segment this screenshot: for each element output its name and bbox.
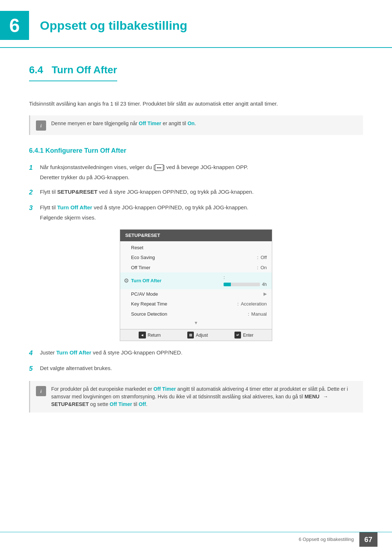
note-text-1: Denne menyen er bare tilgjengelig når Of… <box>51 120 196 127</box>
step-number-1: 1 <box>29 163 40 173</box>
return-label: Return <box>148 332 161 338</box>
footer-page-number: 67 <box>359 532 377 547</box>
return-icon: ◄ <box>139 332 146 338</box>
adjust-icon: ⊞ <box>187 332 194 338</box>
step-text-4: Juster Turn Off After ved å styre JOG-kn… <box>40 348 363 357</box>
menu-value-eco: :Off <box>257 254 267 261</box>
menu-label-turnoffafter: Turn Off After <box>131 277 224 284</box>
menu-btn-adjust: ⊞ Adjust <box>187 332 208 338</box>
step-4: 4 Juster Turn Off After ved å styre JOG-… <box>29 348 363 358</box>
step-2: 2 Flytt til SETUP&RESET ved å styre JOG-… <box>29 188 363 197</box>
step-subtext-3: Følgende skjerm vises. <box>40 213 363 222</box>
menu-btn-return: ◄ Return <box>139 332 161 338</box>
note-icon-2: i <box>36 386 46 396</box>
chapter-number-block: 6 <box>0 11 29 40</box>
menu-title-bar: SETUP&RESET <box>120 230 272 241</box>
menu-value-keyrepeat: :Acceleration <box>237 300 267 308</box>
menu-label-eco: Eco Saving <box>131 254 257 261</box>
gear-icon: ⚙ <box>124 276 129 285</box>
progress-bar <box>224 283 260 286</box>
menu-arrow-pcav: ▶ <box>264 291 267 297</box>
menu-label-keyrepeat: Key Repeat Time <box>131 300 237 308</box>
menu-row-eco: Eco Saving :Off <box>120 253 272 263</box>
step-text-5: Det valgte alternativet brukes. <box>40 364 363 373</box>
chapter-number: 6 <box>9 11 20 40</box>
menu-row-sourcedetect: Source Detection :Manual <box>120 309 272 319</box>
footer-chapter-text: 6 Oppsett og tilbakestilling <box>299 536 354 543</box>
section-title-text: Turn Off After <box>52 64 117 75</box>
menu-bottom: ◄ Return ⊞ Adjust ↵ Enter <box>120 329 272 341</box>
step-text-3: Flytt til Turn Off After ved å styre JOG… <box>40 203 363 222</box>
menu-row-reset: Reset <box>120 243 272 253</box>
menu-row-keyrepeat: Key Repeat Time :Acceleration <box>120 299 272 309</box>
note-icon-1: i <box>36 120 46 131</box>
step-text-1: Når funksjonstastveiledningen vises, vel… <box>40 163 363 182</box>
step-number-5: 5 <box>29 364 40 374</box>
menu-more-indicator: ▼ <box>120 319 272 328</box>
menu-progress: 4h <box>224 281 267 288</box>
step-text-2: Flytt til SETUP&RESET ved å styre JOG-kn… <box>40 188 363 196</box>
menu-label-reset: Reset <box>131 244 267 251</box>
steps-list-2: 4 Juster Turn Off After ved å styre JOG-… <box>29 348 363 374</box>
progress-fill <box>224 283 231 286</box>
menu-row-turnoffafter: ⚙ Turn Off After : 4h <box>120 272 272 289</box>
step-5: 5 Det valgte alternativet brukes. <box>29 364 363 374</box>
section-number: 6.4 <box>29 64 43 75</box>
menu-body: Reset Eco Saving :Off Off Timer :On ⚙ Tu… <box>120 241 272 329</box>
menu-row-pcav: PC/AV Mode ▶ <box>120 289 272 299</box>
section-title: 6.4 Turn Off After <box>29 62 117 81</box>
enter-label: Enter <box>243 332 253 338</box>
section-header: 6.4 Turn Off After <box>29 62 363 90</box>
adjust-label: Adjust <box>196 332 208 338</box>
menu-label-sourcedetect: Source Detection <box>131 311 248 318</box>
menu-screenshot: SETUP&RESET Reset Eco Saving :Off Off Ti… <box>120 229 272 341</box>
note-box-2: i For produkter på det europeiske marked… <box>29 381 363 413</box>
step-3: 3 Flytt til Turn Off After ved å styre J… <box>29 203 363 222</box>
menu-value-turnoffafter: : 4h <box>224 274 267 288</box>
menu-label-offtimer: Off Timer <box>131 264 257 271</box>
chapter-title: Oppsett og tilbakestilling <box>40 16 187 35</box>
menu-row-offtimer: Off Timer :On <box>120 263 272 273</box>
step-subtext-1: Deretter trykker du på JOG-knappen. <box>40 173 363 182</box>
menu-value-sourcedetect: :Manual <box>248 311 267 318</box>
menu-label-pcav: PC/AV Mode <box>131 291 264 298</box>
progress-label: 4h <box>262 281 267 288</box>
subsection-title: 6.4.1 Konfigurere Turn Off After <box>29 146 363 156</box>
chapter-header: 6 Oppsett og tilbakestilling <box>0 0 392 48</box>
step-number-4: 4 <box>29 348 40 358</box>
step-1: 1 Når funksjonstastveiledningen vises, v… <box>29 163 363 182</box>
enter-icon: ↵ <box>234 332 241 338</box>
menu-value-offtimer: :On <box>257 264 267 271</box>
body-text: Tidsinnstilt avslåing kan angis fra 1 ti… <box>29 99 363 108</box>
step-number-3: 3 <box>29 203 40 213</box>
steps-list: 1 Når funksjonstastveiledningen vises, v… <box>29 163 363 222</box>
step-number-2: 2 <box>29 188 40 197</box>
main-content: 6.4 Turn Off After Tidsinnstilt avslåing… <box>0 62 392 413</box>
menu-btn-enter: ↵ Enter <box>234 332 253 338</box>
note-text-2: For produkter på det europeiske markedet… <box>51 385 357 408</box>
page-footer: 6 Oppsett og tilbakestilling 67 <box>0 532 392 547</box>
note-box-1: i Denne menyen er bare tilgjengelig når … <box>29 115 363 135</box>
